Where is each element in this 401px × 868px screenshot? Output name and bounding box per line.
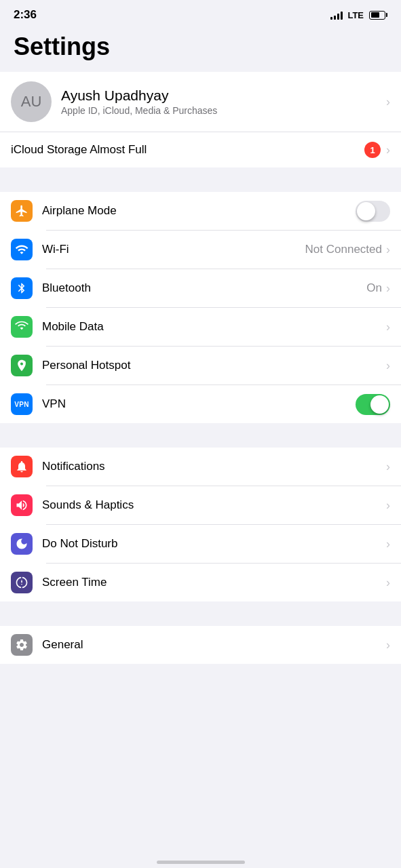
wifi-row[interactable]: Wi-Fi Not Connected › xyxy=(0,231,401,269)
vpn-toggle[interactable] xyxy=(356,394,390,415)
vpn-row[interactable]: VPN VPN xyxy=(0,385,401,423)
wifi-value: Not Connected xyxy=(305,243,382,256)
bluetooth-label: Bluetooth xyxy=(42,281,366,295)
system-section: Notifications › Sounds & Haptics › Do No… xyxy=(0,448,401,601)
gap-3 xyxy=(0,601,401,626)
profile-subtitle: Apple ID, iCloud, Media & Purchases xyxy=(61,105,386,116)
page-title-section: Settings xyxy=(0,27,401,72)
status-time: 2:36 xyxy=(14,8,37,22)
home-indicator-area xyxy=(0,855,401,868)
profile-chevron: › xyxy=(386,95,390,109)
sounds-label: Sounds & Haptics xyxy=(42,498,386,512)
notifications-label: Notifications xyxy=(42,460,386,473)
battery-icon xyxy=(369,11,387,20)
lte-label: LTE xyxy=(347,10,364,20)
screen-time-label: Screen Time xyxy=(42,576,386,589)
personal-hotspot-label: Personal Hotspot xyxy=(42,359,386,372)
bluetooth-value: On xyxy=(366,281,382,295)
vpn-label: VPN xyxy=(42,397,356,411)
sounds-chevron: › xyxy=(386,498,390,513)
general-icon xyxy=(11,634,33,656)
vpn-icon: VPN xyxy=(11,393,33,415)
avatar: AU xyxy=(11,81,52,122)
sounds-row[interactable]: Sounds & Haptics › xyxy=(0,486,401,524)
home-bar xyxy=(157,861,245,864)
gap-1 xyxy=(0,167,401,192)
sounds-icon xyxy=(11,494,33,516)
profile-row[interactable]: AU Ayush Upadhyay Apple ID, iCloud, Medi… xyxy=(0,72,401,132)
screen-time-icon xyxy=(11,572,33,593)
mobile-data-row[interactable]: Mobile Data › xyxy=(0,308,401,346)
wifi-icon xyxy=(11,239,33,260)
mobile-data-chevron: › xyxy=(386,320,390,334)
personal-hotspot-icon xyxy=(11,355,33,376)
general-row[interactable]: General › xyxy=(0,626,401,664)
bluetooth-row[interactable]: Bluetooth On › xyxy=(0,269,401,307)
general-chevron: › xyxy=(386,638,390,652)
icloud-badge: 1 xyxy=(364,142,381,158)
bluetooth-chevron: › xyxy=(386,281,390,296)
notifications-icon xyxy=(11,456,33,477)
gap-2 xyxy=(0,423,401,448)
airplane-mode-label: Airplane Mode xyxy=(42,204,356,218)
general-section: General › xyxy=(0,626,401,664)
mobile-data-label: Mobile Data xyxy=(42,320,386,334)
do-not-disturb-icon xyxy=(11,533,33,555)
do-not-disturb-row[interactable]: Do Not Disturb › xyxy=(0,525,401,563)
status-icons: LTE xyxy=(330,10,387,20)
airplane-mode-row[interactable]: Airplane Mode xyxy=(0,192,401,230)
icloud-row[interactable]: iCloud Storage Almost Full 1 › xyxy=(0,132,401,167)
airplane-mode-toggle[interactable] xyxy=(356,201,390,222)
screen-time-row[interactable]: Screen Time › xyxy=(0,564,401,601)
do-not-disturb-chevron: › xyxy=(386,537,390,551)
profile-name: Ayush Upadhyay xyxy=(61,87,386,104)
personal-hotspot-row[interactable]: Personal Hotspot › xyxy=(0,347,401,384)
page-title: Settings xyxy=(14,33,387,61)
personal-hotspot-chevron: › xyxy=(386,359,390,373)
bluetooth-icon xyxy=(11,277,33,299)
network-section: Airplane Mode Wi-Fi Not Connected › Blue… xyxy=(0,192,401,423)
signal-icon xyxy=(330,10,343,20)
notifications-row[interactable]: Notifications › xyxy=(0,448,401,486)
wifi-chevron: › xyxy=(386,243,390,257)
mobile-data-icon xyxy=(11,316,33,338)
do-not-disturb-label: Do Not Disturb xyxy=(42,537,386,551)
icloud-chevron: › xyxy=(386,143,390,157)
profile-section: AU Ayush Upadhyay Apple ID, iCloud, Medi… xyxy=(0,72,401,167)
wifi-label: Wi-Fi xyxy=(42,243,305,256)
icloud-label: iCloud Storage Almost Full xyxy=(11,143,364,157)
profile-info: Ayush Upadhyay Apple ID, iCloud, Media &… xyxy=(61,87,386,116)
notifications-chevron: › xyxy=(386,460,390,474)
screen-time-chevron: › xyxy=(386,576,390,590)
status-bar: 2:36 LTE xyxy=(0,0,401,27)
airplane-mode-icon xyxy=(11,200,33,222)
general-label: General xyxy=(42,638,386,652)
